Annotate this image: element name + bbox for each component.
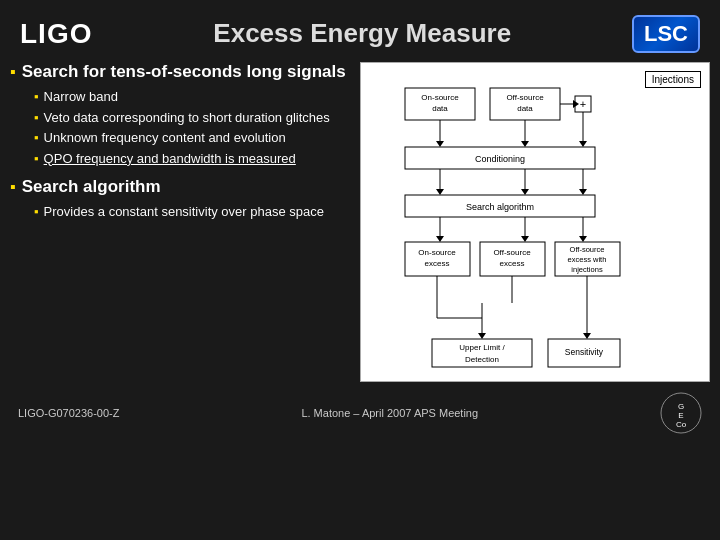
sub-bullet-icon: ▪ <box>34 130 39 145</box>
subbullet-text: Provides a constant sensitivity over pha… <box>44 203 324 221</box>
svg-text:Search algorithm: Search algorithm <box>466 202 534 212</box>
list-item: ▪ Veto data corresponding to short durat… <box>34 109 350 127</box>
section1-subbullets: ▪ Narrow band ▪ Veto data corresponding … <box>34 88 350 167</box>
main-content: ▪ Search for tens-of-seconds long signal… <box>0 62 720 382</box>
bullet-icon-2: ▪ <box>10 178 16 196</box>
svg-text:+: + <box>580 98 586 110</box>
footer-citation: L. Matone – April 2007 APS Meeting <box>301 407 478 419</box>
sub-bullet-icon: ▪ <box>34 151 39 166</box>
svg-text:Off-source: Off-source <box>493 248 531 257</box>
svg-text:data: data <box>517 104 533 113</box>
svg-marker-27 <box>436 236 444 242</box>
section1-header: ▪ Search for tens-of-seconds long signal… <box>10 62 350 82</box>
lsc-logo: LSC <box>632 15 700 53</box>
section2-header: ▪ Search algorithm <box>10 177 350 197</box>
svg-text:Conditioning: Conditioning <box>475 154 525 164</box>
svg-marker-11 <box>521 141 529 147</box>
svg-text:data: data <box>432 104 448 113</box>
ligo-logo: LIGO <box>20 18 92 50</box>
svg-text:Detection: Detection <box>465 355 499 364</box>
sub-bullet-icon: ▪ <box>34 204 39 219</box>
svg-marker-23 <box>579 189 587 195</box>
list-item: ▪ Provides a constant sensitivity over p… <box>34 203 350 221</box>
sub-bullet-icon: ▪ <box>34 89 39 104</box>
diagram-panel: Injections On-source data Off-source dat… <box>360 62 710 382</box>
svg-marker-49 <box>583 333 591 339</box>
svg-text:E: E <box>678 411 683 420</box>
subbullet-text: Veto data corresponding to short duratio… <box>44 109 330 127</box>
footer: LIGO-G070236-00-Z L. Matone – April 2007… <box>0 386 720 438</box>
subbullet-text: Unknown frequency content and evolution <box>44 129 286 147</box>
section2-subbullets: ▪ Provides a constant sensitivity over p… <box>34 203 350 221</box>
sub-bullet-icon: ▪ <box>34 110 39 125</box>
svg-text:excess: excess <box>425 259 450 268</box>
section2-title: Search algorithm <box>22 177 161 197</box>
svg-marker-31 <box>579 236 587 242</box>
bullet-icon-1: ▪ <box>10 63 16 81</box>
section2: ▪ Search algorithm ▪ Provides a constant… <box>10 177 350 221</box>
svg-marker-21 <box>521 189 529 195</box>
header: LIGO Excess Energy Measure LSC <box>0 0 720 62</box>
svg-text:G: G <box>678 402 684 411</box>
svg-text:injections: injections <box>571 265 603 274</box>
svg-marker-15 <box>579 141 587 147</box>
svg-text:On-source: On-source <box>421 93 459 102</box>
injections-label: Injections <box>645 71 701 88</box>
svg-marker-47 <box>478 333 486 339</box>
svg-text:Off-source: Off-source <box>570 245 605 254</box>
svg-marker-9 <box>436 141 444 147</box>
svg-text:Co: Co <box>676 420 687 429</box>
flow-diagram: On-source data Off-source data + Conditi… <box>400 83 670 373</box>
list-item: ▪ Narrow band <box>34 88 350 106</box>
page-title: Excess Energy Measure <box>213 10 511 57</box>
svg-text:Upper Limit /: Upper Limit / <box>459 343 505 352</box>
left-column: ▪ Search for tens-of-seconds long signal… <box>10 62 350 382</box>
svg-text:On-source: On-source <box>418 248 456 257</box>
svg-text:excess: excess <box>500 259 525 268</box>
svg-marker-19 <box>436 189 444 195</box>
geo-logo: G E Co <box>660 392 702 434</box>
footer-id: LIGO-G070236-00-Z <box>18 407 120 419</box>
list-item: ▪ Unknown frequency content and evolutio… <box>34 129 350 147</box>
subbullet-text: Narrow band <box>44 88 118 106</box>
svg-text:Off-source: Off-source <box>506 93 544 102</box>
svg-marker-29 <box>521 236 529 242</box>
svg-text:excess with: excess with <box>568 255 607 264</box>
subbullet-text-underlined: QPO frequency and bandwidth is measured <box>44 150 296 168</box>
list-item: ▪ QPO frequency and bandwidth is measure… <box>34 150 350 168</box>
section1-title: Search for tens-of-seconds long signals <box>22 62 346 82</box>
svg-text:Sensitivity: Sensitivity <box>565 347 604 357</box>
